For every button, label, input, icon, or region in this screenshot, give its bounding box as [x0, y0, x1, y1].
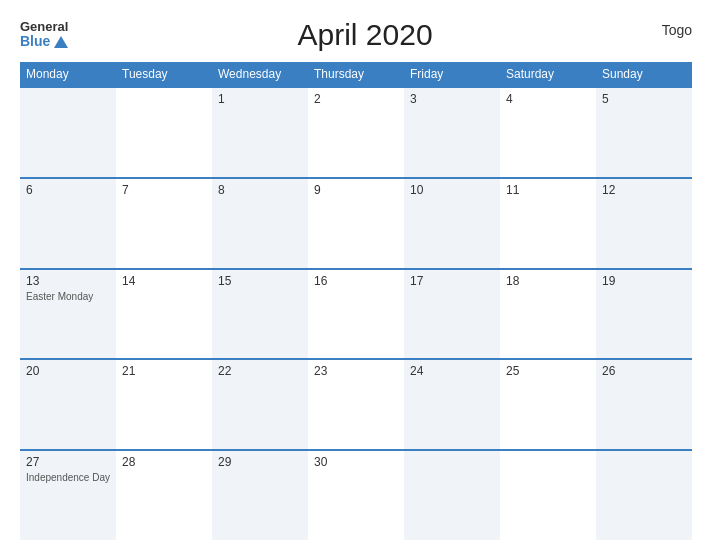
calendar-cell: 22 — [212, 360, 308, 449]
header-day-thursday: Thursday — [308, 62, 404, 86]
calendar-cell: 24 — [404, 360, 500, 449]
calendar-cell: 29 — [212, 451, 308, 540]
day-number: 15 — [218, 274, 302, 288]
calendar-cell: 21 — [116, 360, 212, 449]
day-number: 28 — [122, 455, 206, 469]
calendar-cell — [404, 451, 500, 540]
day-number: 4 — [506, 92, 590, 106]
calendar-body: 12345678910111213Easter Monday1415161718… — [20, 86, 692, 540]
calendar-cell: 5 — [596, 88, 692, 177]
calendar-cell: 25 — [500, 360, 596, 449]
calendar-cell: 13Easter Monday — [20, 270, 116, 359]
day-number: 30 — [314, 455, 398, 469]
calendar-week-4: 20212223242526 — [20, 358, 692, 449]
day-event: Independence Day — [26, 472, 110, 483]
header-day-wednesday: Wednesday — [212, 62, 308, 86]
calendar-cell: 23 — [308, 360, 404, 449]
calendar-page: General Blue April 2020 Togo MondayTuesd… — [0, 0, 712, 550]
calendar-cell: 6 — [20, 179, 116, 268]
header-day-friday: Friday — [404, 62, 500, 86]
day-number: 8 — [218, 183, 302, 197]
day-number: 5 — [602, 92, 686, 106]
calendar-cell: 26 — [596, 360, 692, 449]
calendar-cell: 2 — [308, 88, 404, 177]
calendar-week-3: 13Easter Monday141516171819 — [20, 268, 692, 359]
calendar-cell — [116, 88, 212, 177]
day-number: 20 — [26, 364, 110, 378]
day-number: 25 — [506, 364, 590, 378]
calendar-header: MondayTuesdayWednesdayThursdayFridaySatu… — [20, 62, 692, 86]
logo-blue-text: Blue — [20, 34, 68, 49]
calendar-cell: 7 — [116, 179, 212, 268]
calendar-cell: 4 — [500, 88, 596, 177]
calendar-cell: 19 — [596, 270, 692, 359]
calendar-cell: 15 — [212, 270, 308, 359]
day-number: 17 — [410, 274, 494, 288]
day-number: 1 — [218, 92, 302, 106]
day-number: 16 — [314, 274, 398, 288]
calendar-cell: 18 — [500, 270, 596, 359]
calendar-week-1: 12345 — [20, 86, 692, 177]
calendar-cell — [500, 451, 596, 540]
calendar-cell: 1 — [212, 88, 308, 177]
logo: General Blue — [20, 20, 68, 50]
day-number: 23 — [314, 364, 398, 378]
calendar-cell — [20, 88, 116, 177]
day-number: 13 — [26, 274, 110, 288]
calendar-cell: 9 — [308, 179, 404, 268]
logo-triangle-icon — [54, 36, 68, 48]
day-number: 2 — [314, 92, 398, 106]
calendar-cell: 16 — [308, 270, 404, 359]
calendar-week-5: 27Independence Day282930 — [20, 449, 692, 540]
calendar-cell: 10 — [404, 179, 500, 268]
calendar-cell: 20 — [20, 360, 116, 449]
header-day-tuesday: Tuesday — [116, 62, 212, 86]
header: General Blue April 2020 Togo — [20, 18, 692, 52]
header-day-saturday: Saturday — [500, 62, 596, 86]
day-number: 9 — [314, 183, 398, 197]
day-number: 18 — [506, 274, 590, 288]
day-number: 12 — [602, 183, 686, 197]
calendar-cell: 27Independence Day — [20, 451, 116, 540]
calendar-cell: 11 — [500, 179, 596, 268]
calendar-cell: 3 — [404, 88, 500, 177]
calendar-week-2: 6789101112 — [20, 177, 692, 268]
calendar-cell: 12 — [596, 179, 692, 268]
day-number: 14 — [122, 274, 206, 288]
day-number: 29 — [218, 455, 302, 469]
calendar-cell: 30 — [308, 451, 404, 540]
day-number: 10 — [410, 183, 494, 197]
day-event: Easter Monday — [26, 291, 110, 302]
day-number: 24 — [410, 364, 494, 378]
header-day-sunday: Sunday — [596, 62, 692, 86]
day-number: 11 — [506, 183, 590, 197]
day-number: 3 — [410, 92, 494, 106]
calendar-cell: 28 — [116, 451, 212, 540]
day-number: 21 — [122, 364, 206, 378]
calendar-title: April 2020 — [68, 18, 661, 52]
logo-general-text: General — [20, 20, 68, 34]
calendar-cell: 14 — [116, 270, 212, 359]
day-number: 27 — [26, 455, 110, 469]
calendar-cell — [596, 451, 692, 540]
calendar-cell: 17 — [404, 270, 500, 359]
country-label: Togo — [662, 18, 692, 38]
header-day-monday: Monday — [20, 62, 116, 86]
calendar-cell: 8 — [212, 179, 308, 268]
day-number: 7 — [122, 183, 206, 197]
day-number: 19 — [602, 274, 686, 288]
day-number: 6 — [26, 183, 110, 197]
calendar: MondayTuesdayWednesdayThursdayFridaySatu… — [20, 62, 692, 540]
day-number: 22 — [218, 364, 302, 378]
day-number: 26 — [602, 364, 686, 378]
